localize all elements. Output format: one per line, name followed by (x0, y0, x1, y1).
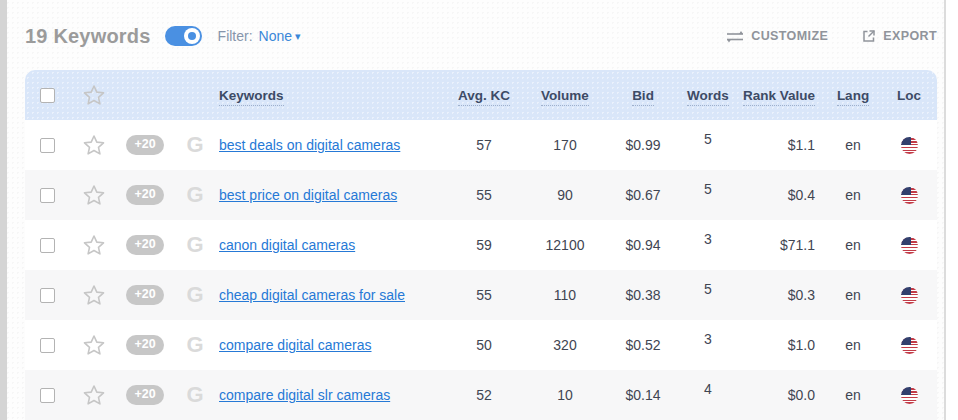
window-left-edge (0, 0, 7, 420)
lang-cell: en (825, 337, 881, 353)
bid-cell: $0.14 (607, 387, 679, 403)
words-cell: 3 (679, 237, 737, 253)
row-checkbox[interactable] (40, 388, 55, 403)
header-checkbox-cell (25, 88, 69, 103)
header-keywords[interactable]: Keywords (219, 88, 445, 103)
export-button[interactable]: EXPORT (862, 29, 937, 43)
rank-value-cell: $0.4 (737, 187, 825, 203)
google-cell: G (171, 234, 219, 256)
table-row: +20 G cheap digital cameras for sale 55 … (25, 270, 937, 320)
star-icon[interactable] (82, 383, 106, 407)
header-rank-value[interactable]: Rank Value (737, 88, 825, 103)
header-avg-kc[interactable]: Avg. KC (445, 88, 523, 103)
avg-kc-cell: 55 (445, 187, 523, 203)
table-row: +20 G compare digital cameras 50 320 $0.… (25, 320, 937, 370)
row-star-cell (69, 383, 119, 407)
header-words[interactable]: Words (679, 88, 737, 103)
rank-change-cell: +20 (119, 235, 171, 255)
star-icon[interactable] (82, 333, 106, 357)
words-cell: 5 (679, 287, 737, 303)
keyword-cell: compare digital cameras (219, 337, 445, 353)
star-icon[interactable] (82, 283, 106, 307)
google-icon[interactable]: G (186, 384, 203, 406)
row-checkbox[interactable] (40, 188, 55, 203)
header-bid[interactable]: Bid (607, 88, 679, 103)
row-star-cell (69, 333, 119, 357)
us-flag-icon (901, 187, 918, 204)
keyword-link[interactable]: canon digital cameras (219, 237, 355, 253)
bid-cell: $0.67 (607, 187, 679, 203)
star-icon[interactable] (82, 233, 106, 257)
avg-kc-cell: 52 (445, 387, 523, 403)
select-all-checkbox[interactable] (40, 88, 55, 103)
keywords-toggle[interactable] (165, 26, 202, 46)
google-cell: G (171, 384, 219, 406)
rank-value-cell: $0.3 (737, 287, 825, 303)
words-cell: 4 (679, 387, 737, 403)
row-checkbox-cell (25, 288, 69, 303)
rank-change-badge: +20 (126, 135, 163, 155)
filter-dropdown[interactable]: None ▾ (259, 28, 301, 44)
row-checkbox[interactable] (40, 138, 55, 153)
rank-change-cell: +20 (119, 285, 171, 305)
keyword-link[interactable]: cheap digital cameras for sale (219, 287, 405, 303)
table-row: +20 G canon digital cameras 59 12100 $0.… (25, 220, 937, 270)
export-label: EXPORT (883, 29, 937, 43)
lang-cell: en (825, 387, 881, 403)
table-row: +20 G best price on digital cameras 55 9… (25, 170, 937, 220)
keyword-cell: canon digital cameras (219, 237, 445, 253)
bid-cell: $0.94 (607, 237, 679, 253)
topbar: 19 Keywords Filter: None ▾ CUSTOMIZE (25, 18, 937, 54)
google-cell: G (171, 184, 219, 206)
rank-value-cell: $1.0 (737, 337, 825, 353)
keyword-link[interactable]: compare digital cameras (219, 337, 372, 353)
bid-cell: $0.52 (607, 337, 679, 353)
us-flag-icon (901, 337, 918, 354)
rank-change-cell: +20 (119, 335, 171, 355)
toggle-knob (184, 28, 200, 44)
row-star-cell (69, 233, 119, 257)
star-icon[interactable] (82, 183, 106, 207)
keywords-table: Keywords Avg. KC Volume Bid Words Rank V… (25, 70, 937, 420)
volume-cell: 12100 (523, 237, 607, 253)
bid-cell: $0.38 (607, 287, 679, 303)
row-checkbox[interactable] (40, 338, 55, 353)
volume-cell: 10 (523, 387, 607, 403)
rank-value-cell: $0.0 (737, 387, 825, 403)
customize-button[interactable]: CUSTOMIZE (726, 29, 828, 43)
row-checkbox[interactable] (40, 238, 55, 253)
table-row: +20 G compare digital slr cameras 52 10 … (25, 370, 937, 420)
sliders-icon (726, 30, 744, 43)
words-cell: 5 (679, 137, 737, 153)
row-checkbox-cell (25, 188, 69, 203)
loc-cell (881, 337, 937, 354)
avg-kc-cell: 57 (445, 137, 523, 153)
google-icon[interactable]: G (186, 134, 203, 156)
keyword-cell: best deals on digital cameras (219, 137, 445, 153)
chevron-down-icon: ▾ (295, 31, 301, 42)
keyword-link[interactable]: best deals on digital cameras (219, 137, 400, 153)
google-icon[interactable]: G (186, 284, 203, 306)
filter-value: None (259, 28, 292, 44)
table-row: +20 G best deals on digital cameras 57 1… (25, 120, 937, 170)
keyword-link[interactable]: best price on digital cameras (219, 187, 397, 203)
table-body: +20 G best deals on digital cameras 57 1… (25, 120, 937, 420)
filter-label: Filter: (218, 28, 253, 44)
words-cell: 5 (679, 187, 737, 203)
google-icon[interactable]: G (186, 234, 203, 256)
volume-cell: 320 (523, 337, 607, 353)
volume-cell: 170 (523, 137, 607, 153)
keyword-link[interactable]: compare digital slr cameras (219, 387, 390, 403)
google-icon[interactable]: G (186, 184, 203, 206)
star-icon[interactable] (82, 83, 106, 107)
rank-value-cell: $1.1 (737, 137, 825, 153)
lang-cell: en (825, 137, 881, 153)
rank-change-badge: +20 (126, 335, 163, 355)
avg-kc-cell: 50 (445, 337, 523, 353)
header-volume[interactable]: Volume (523, 88, 607, 103)
header-lang[interactable]: Lang (825, 88, 881, 103)
google-icon[interactable]: G (186, 334, 203, 356)
row-checkbox[interactable] (40, 288, 55, 303)
star-icon[interactable] (82, 133, 106, 157)
us-flag-icon (901, 237, 918, 254)
